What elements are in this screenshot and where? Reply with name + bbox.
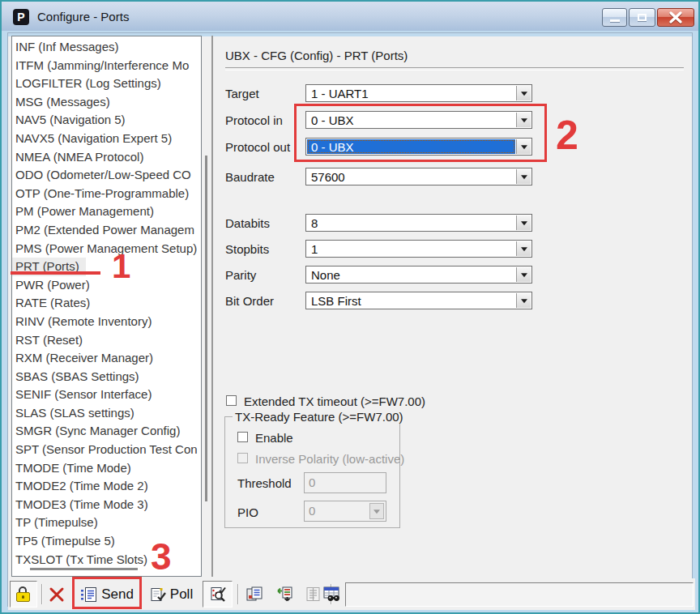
sidebar-item-sbas[interactable]: SBAS (SBAS Settings) [12,368,201,386]
extended-tx-timeout-label: Extended TX timeout (>=FW7.00) [244,394,425,408]
parity-value: None [307,267,515,282]
chevron-down-icon[interactable] [516,113,531,127]
protocol-out-label: Protocol out [225,140,290,154]
sidebar-item-tp5[interactable]: TP5 (Timepulse 5) [12,532,201,551]
send-icon [80,586,98,603]
sidebar-item-otp[interactable]: OTP (One-Time-Programmable) [12,185,201,203]
stopbits-dropdown[interactable]: 1 [305,240,532,258]
chevron-down-icon[interactable] [516,267,531,282]
sidebar-item-slas[interactable]: SLAS (SLAS settings) [12,404,201,423]
vertical-scrollbar-thumb[interactable] [205,156,207,501]
sidebar-item-msg[interactable]: MSG (Messages) [12,93,201,112]
sidebar-item-pm[interactable]: PM (Power Management) [12,203,201,221]
chevron-down-icon[interactable] [516,139,531,154]
inverse-polarity-checkbox [237,453,248,463]
lock-button[interactable] [10,581,37,608]
stopbits-value: 1 [307,241,515,256]
sidebar-item-pwr[interactable]: PWR (Power) [12,276,201,295]
delete-button[interactable] [44,581,70,608]
sidebar-item-smgr[interactable]: SMGR (Sync Manager Config) [12,422,201,441]
sidebar-item-senif[interactable]: SENIF (Sensor Interface) [12,386,201,404]
sidebar-item-rinv[interactable]: RINV (Remote Inventory) [12,313,201,331]
protocol-out-dropdown[interactable]: 0 - UBX [305,138,532,156]
databits-label: Databits [225,216,270,230]
sidebar-item-tp[interactable]: TP (Timepulse) [12,514,201,532]
bit-order-label: Bit Order [225,294,274,308]
table-search-icon [322,586,344,603]
chevron-down-icon[interactable] [516,86,531,100]
bottom-toolbar: Send Poll [8,578,695,610]
minimize-icon [610,19,620,22]
lock-icon [16,586,31,603]
sidebar-item-tmode2[interactable]: TMODE2 (Time Mode 2) [12,477,201,496]
close-icon [658,9,694,26]
sidebar-item-odo[interactable]: ODO (Odometer/Low-Speed CO [12,166,201,185]
protocol-in-dropdown[interactable]: 0 - UBX [305,111,532,129]
sidebar-item-prt-selected[interactable]: PRT (Ports) [12,258,86,276]
maximize-icon [638,14,647,21]
sidebar-item-pms[interactable]: PMS (Power Management Setup) [12,240,201,258]
bit-order-dropdown[interactable]: LSB First [305,292,532,309]
baudrate-value: 57600 [307,169,515,184]
chevron-down-icon[interactable] [516,169,531,184]
annotation-step1: 1 [112,249,130,284]
minimize-button[interactable] [602,8,627,27]
sidebar-item-rate[interactable]: RATE (Rates) [12,294,201,313]
title-bar[interactable]: P Configure - Ports [2,2,698,33]
toolbar-separator [41,584,42,604]
copy-messages-icon [245,586,265,603]
auto-poll-icon [208,586,228,603]
maximize-button[interactable] [629,8,655,27]
target-dropdown[interactable]: 1 - UART1 [305,84,532,102]
horizontal-scrollbar-thumb[interactable] [30,568,138,570]
tx-ready-group-title: TX-Ready Feature (>=FW7.00) [233,410,406,424]
threshold-input: 0 [304,472,386,493]
chevron-down-icon [369,503,384,519]
transfer-messages-icon [275,586,294,603]
extended-tx-timeout-checkbox[interactable] [226,395,237,406]
header-separator [225,67,684,70]
sidebar-item-tmode3[interactable]: TMODE3 (Time Mode 3) [12,496,201,514]
baudrate-label: Baudrate [225,170,275,184]
target-label: Target [225,87,259,100]
threshold-label: Threshold [237,476,292,490]
sidebar-item-logfilter[interactable]: LOGFILTER (Log Settings) [12,75,201,93]
parity-label: Parity [225,268,256,282]
pio-value: 0 [309,504,315,518]
copy-messages-button[interactable] [241,581,269,608]
transfer-messages-button[interactable] [271,581,298,608]
databits-dropdown[interactable]: 8 [305,214,532,232]
annotation-step2: 2 [556,115,578,156]
sidebar-item-tmode[interactable]: TMODE (Time Mode) [12,459,201,478]
pane-splitter[interactable] [211,36,213,577]
chevron-down-icon[interactable] [516,215,531,230]
protocol-in-label: Protocol in [225,113,283,127]
parity-dropdown[interactable]: None [305,266,532,284]
chevron-down-icon[interactable] [516,293,531,308]
poll-button-label: Poll [170,586,193,603]
annotation-step3: 3 [151,538,172,575]
sidebar-item-nmea[interactable]: NMEA (NMEA Protocol) [12,148,201,167]
enable-checkbox[interactable] [237,432,248,442]
sidebar-item-txslot[interactable]: TXSLOT (Tx Time Slots) [12,551,201,569]
close-button[interactable] [657,8,694,27]
sidebar-item-nav5[interactable]: NAV5 (Navigation 5) [12,111,201,130]
inverse-polarity-label: Inverse Polarity (low-active) [255,452,404,466]
protocol-in-value: 0 - UBX [307,113,515,127]
table-search-button[interactable] [319,581,347,608]
send-button[interactable]: Send [75,581,139,608]
target-value: 1 - UART1 [307,86,515,100]
baudrate-dropdown[interactable]: 57600 [305,168,532,185]
auto-poll-toggle[interactable] [203,581,233,608]
sidebar-item-navx5[interactable]: NAVX5 (Navigation Expert 5) [12,130,201,148]
status-field[interactable] [345,582,694,607]
sidebar-item-itfm[interactable]: ITFM (Jamming/Interference Mo [12,57,201,75]
poll-button[interactable]: Poll [144,581,198,608]
chevron-down-icon[interactable] [516,241,531,256]
sidebar-item-rxm[interactable]: RXM (Receiver Manager) [12,349,201,368]
window-title: Configure - Ports [37,10,129,23]
sidebar-item-rst[interactable]: RST (Reset) [12,331,201,350]
sidebar-item-pm2[interactable]: PM2 (Extended Power Managem [12,221,201,240]
sidebar-item-spt[interactable]: SPT (Sensor Production Test Con [12,441,201,459]
sidebar-item-inf[interactable]: INF (Inf Messages) [12,38,201,57]
